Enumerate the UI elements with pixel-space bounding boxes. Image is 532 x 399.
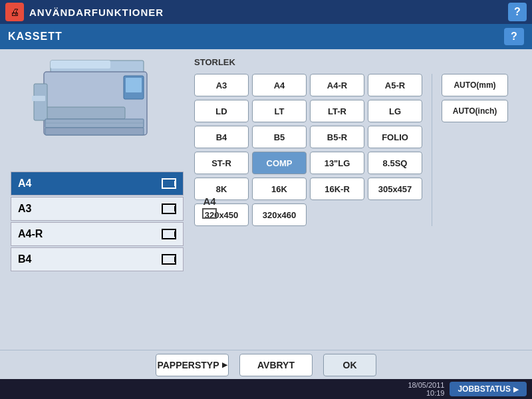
cassette-label-2: A4-R [18, 228, 162, 240]
cassette-icon-3 [162, 254, 176, 265]
svg-rect-8 [45, 119, 144, 128]
size-btn-FOLIO[interactable]: FOLIO [368, 126, 422, 148]
sub-header-text: KASSETT [8, 31, 63, 43]
svg-rect-1 [51, 61, 110, 68]
svg-rect-5 [45, 107, 125, 119]
cassette-icon-0 [162, 178, 176, 189]
cassette-item-3[interactable]: B4 [11, 247, 184, 271]
avbryt-button[interactable]: AVBRYT [239, 354, 313, 376]
cassette-label-0: A4 [18, 178, 162, 190]
size-btn-16K-R[interactable]: 16K-R [310, 178, 364, 200]
svg-rect-4 [126, 78, 142, 92]
right-panel: STORLEK A3 A4 A4-R A5-R LD LT LT-R LG B4… [194, 57, 521, 342]
size-btn-LG[interactable]: LG [368, 100, 422, 122]
size-btn-ST-R[interactable]: ST-R [194, 152, 249, 174]
jobbstatus-arrow: ▶ [513, 386, 519, 393]
status-datetime: 18/05/201110:19 [408, 381, 444, 397]
size-btn-320x460[interactable]: 320x460 [252, 203, 307, 226]
size-btn-LD[interactable]: LD [194, 100, 249, 122]
status-bar: 18/05/201110:19 JOBBSTATUS ▶ [0, 379, 532, 399]
size-btn-B5-R[interactable]: B5-R [310, 126, 364, 148]
main-content: A4 A3 A4-R B4 A4 STORLEK [0, 49, 532, 350]
divider [432, 74, 432, 226]
cassette-icon-1 [162, 203, 176, 214]
auto-inch-button[interactable]: AUTO(inch) [442, 100, 508, 122]
cassette-list: A4 A3 A4-R B4 A4 [11, 172, 184, 271]
title-help-button[interactable]: ? [508, 3, 527, 21]
auto-mm-button[interactable]: AUTO(mm) [442, 74, 508, 96]
papperstyp-arrow: ▶ [222, 361, 227, 368]
size-btn-A5-R[interactable]: A5-R [368, 74, 422, 96]
avbryt-label: AVBRYT [257, 360, 295, 370]
sub-help-button[interactable]: ? [504, 28, 524, 45]
size-btn-305x457[interactable]: 305x457 [368, 178, 422, 200]
auto-buttons: AUTO(mm) AUTO(inch) [442, 74, 508, 226]
title-bar: 🖨 ANVÄNDARFUNKTIONER ? [0, 0, 532, 24]
size-btn-8.5SQ[interactable]: 8.5SQ [368, 152, 422, 174]
cassette-item-0[interactable]: A4 [11, 172, 184, 196]
size-btn-COMP[interactable]: COMP [252, 152, 307, 174]
size-btn-16K[interactable]: 16K [252, 178, 307, 200]
papperstyp-button[interactable]: PAPPERSTYP ▶ [156, 354, 229, 376]
svg-rect-10 [45, 128, 144, 135]
size-btn-B5[interactable]: B5 [252, 126, 307, 148]
sub-header: KASSETT ? [0, 24, 532, 49]
cassette-side-icon [202, 208, 217, 219]
ok-button[interactable]: OK [323, 354, 376, 376]
cassette-label-3: B4 [18, 253, 162, 265]
machine-image [31, 57, 164, 164]
ok-label: OK [343, 360, 357, 370]
cassette-icon-2 [162, 229, 176, 239]
title-bar-text: ANVÄNDARFUNKTIONER [29, 7, 503, 18]
size-grid-container: A3 A4 A4-R A5-R LD LT LT-R LG B4 B5 B5-R… [194, 74, 521, 226]
size-btn-A4[interactable]: A4 [252, 74, 307, 96]
app-icon: 🖨 [5, 3, 24, 21]
size-btn-LT-R[interactable]: LT-R [310, 100, 364, 122]
size-btn-LT[interactable]: LT [252, 100, 307, 122]
cassette-item-1[interactable]: A3 [11, 197, 184, 221]
size-btn-B4[interactable]: B4 [194, 126, 249, 148]
papperstyp-label: PAPPERSTYP [157, 360, 219, 370]
cassette-label-1: A3 [18, 203, 162, 215]
svg-rect-7 [32, 96, 45, 101]
jobbstatus-label: JOBBSTATUS [458, 384, 511, 394]
cassette-side: A4 [202, 196, 217, 219]
action-bar: PAPPERSTYP ▶ AVBRYT OK [0, 350, 532, 379]
size-section-label: STORLEK [194, 57, 521, 67]
size-btn-A3[interactable]: A3 [194, 74, 249, 96]
cassette-item-2[interactable]: A4-R [11, 222, 184, 246]
svg-rect-6 [34, 84, 47, 120]
size-btn-A4-R[interactable]: A4-R [310, 74, 364, 96]
left-panel: A4 A3 A4-R B4 A4 [11, 57, 184, 342]
size-grid: A3 A4 A4-R A5-R LD LT LT-R LG B4 B5 B5-R… [194, 74, 422, 226]
size-btn-13LG[interactable]: 13"LG [310, 152, 364, 174]
jobbstatus-button[interactable]: JOBBSTATUS ▶ [450, 382, 527, 396]
cassette-side-label: A4 [203, 196, 215, 207]
